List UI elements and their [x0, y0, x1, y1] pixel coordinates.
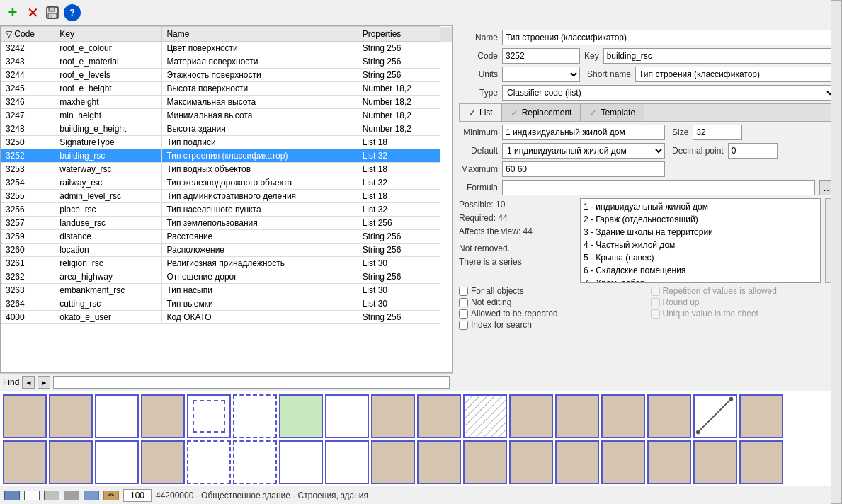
tile-r2-1[interactable]	[3, 440, 47, 484]
tile-15[interactable]	[647, 394, 691, 438]
tile-13[interactable]	[555, 394, 599, 438]
default-select[interactable]: 1 индивидуальный жилой дом	[502, 143, 665, 159]
help-button[interactable]: ?	[64, 4, 81, 21]
tile-r2-9[interactable]	[371, 440, 415, 484]
table-row[interactable]: 3253waterway_rscТип водных объектовList …	[1, 163, 452, 176]
minimum-input[interactable]	[502, 125, 665, 140]
table-row[interactable]: 3259distanceРасстояниеString 256	[1, 230, 452, 244]
close-button[interactable]: ✕	[24, 4, 41, 21]
size-input[interactable]	[693, 125, 742, 140]
tile-r2-5[interactable]	[187, 440, 231, 484]
table-row[interactable]: 3257landuse_rscТип землепользованияList …	[1, 217, 452, 230]
index-search-checkbox[interactable]	[459, 321, 468, 330]
tiles-scrollbar[interactable]	[831, 391, 842, 486]
key-input[interactable]	[603, 48, 836, 64]
tile-r2-8[interactable]	[325, 440, 369, 484]
tab-list-button[interactable]: ✓ List	[460, 104, 502, 121]
tile-r2-4[interactable]	[141, 440, 185, 484]
table-row[interactable]: 3261religion_rscРелигиозная принадлежнос…	[1, 257, 452, 270]
find-next-button[interactable]: ►	[38, 376, 50, 389]
col-header-key[interactable]: Key	[55, 27, 162, 42]
save-button[interactable]	[44, 4, 61, 21]
find-input[interactable]	[53, 376, 450, 389]
type-select[interactable]: Classifier code (list)	[502, 85, 836, 101]
tile-r2-11[interactable]	[463, 440, 507, 484]
unique-value-checkbox[interactable]	[651, 309, 660, 319]
table-container[interactable]: ▽ Code Key Name Properties 3242roof_e_co…	[0, 25, 453, 373]
tab-replacement-button[interactable]: ✓ Replacement	[502, 104, 581, 121]
tile-14[interactable]	[601, 394, 645, 438]
short-name-input[interactable]	[635, 67, 836, 82]
table-row[interactable]: 3248building_e_heightВысота зданияNumber…	[1, 122, 452, 136]
table-row[interactable]: 3254railway_rscТип железнодорожного объе…	[1, 176, 452, 190]
tile-r2-16[interactable]	[693, 440, 737, 484]
tile-12[interactable]	[509, 394, 553, 438]
table-row[interactable]: 3252building_rscТип строения (классифика…	[1, 149, 452, 163]
units-select[interactable]	[502, 67, 580, 82]
table-row[interactable]: 3250SignatureTypeТип подписиList 18	[1, 136, 452, 149]
allowed-repeated-checkbox[interactable]	[459, 309, 468, 319]
list-item[interactable]: 5 - Крыша (навес)	[584, 251, 817, 264]
tile-r2-15[interactable]	[647, 440, 691, 484]
tile-16[interactable]	[693, 394, 737, 438]
table-row[interactable]: 3264cutting_rscТип выемкиList 30	[1, 297, 452, 311]
tile-r2-17[interactable]	[739, 440, 783, 484]
table-row[interactable]: 3262area_highwayОтношение дорогString 25…	[1, 270, 452, 284]
table-row[interactable]: 4000okato_e_userКод ОКАТОString 256	[1, 311, 452, 324]
table-row[interactable]: 3255admin_level_rscТип административного…	[1, 190, 452, 203]
col-header-properties[interactable]: Properties	[358, 27, 440, 42]
table-row[interactable]: 3256place_rscТип населенного пунктаList …	[1, 203, 452, 217]
table-row[interactable]: 3246maxheightМаксимальная высотаNumber 1…	[1, 96, 452, 109]
tab-template-button[interactable]: ✓ Template	[581, 104, 644, 121]
tiles-scroll[interactable]	[0, 391, 842, 486]
formula-input[interactable]	[502, 180, 815, 195]
tile-7[interactable]	[279, 394, 323, 438]
tile-2[interactable]	[49, 394, 93, 438]
find-prev-button[interactable]: ◄	[22, 376, 35, 389]
table-row[interactable]: 3242roof_e_colourЦвет поверхностиString …	[1, 42, 452, 55]
code-input[interactable]	[502, 48, 580, 64]
tile-5[interactable]	[187, 394, 231, 438]
tile-r2-14[interactable]	[601, 440, 645, 484]
tile-1[interactable]	[3, 394, 47, 438]
round-up-checkbox[interactable]	[651, 298, 660, 307]
tile-r2-6[interactable]	[233, 440, 277, 484]
table-row[interactable]: 3245roof_e_heightВысота поверхностиNumbe…	[1, 82, 452, 96]
tile-4[interactable]	[141, 394, 185, 438]
table-row[interactable]: 3247min_heightМинимальная высотаNumber 1…	[1, 109, 452, 122]
list-item[interactable]: 2 - Гараж (отдельностоящий)	[584, 213, 817, 226]
values-list[interactable]: 1 - индивидуальный жилой дом2 - Гараж (о…	[580, 198, 821, 283]
tile-r2-10[interactable]	[417, 440, 461, 484]
for-all-objects-checkbox[interactable]	[459, 287, 468, 296]
table-row[interactable]: 3263embankment_rscТип насыпиList 30	[1, 284, 452, 297]
col-header-code[interactable]: ▽ Code	[1, 27, 55, 42]
not-editing-checkbox[interactable]	[459, 298, 468, 307]
list-item[interactable]: 6 - Складские помещения	[584, 264, 817, 277]
table-row[interactable]: 3243roof_e_materialМатериал поверхностиS…	[1, 55, 452, 69]
col-header-name[interactable]: Name	[162, 27, 358, 42]
tile-r2-12[interactable]	[509, 440, 553, 484]
list-item[interactable]: 1 - индивидуальный жилой дом	[584, 200, 817, 213]
decimal-point-input[interactable]	[728, 143, 778, 159]
tile-r2-2[interactable]	[49, 440, 93, 484]
tile-9[interactable]	[371, 394, 415, 438]
list-item[interactable]: 3 - Здание школы на территории	[584, 226, 817, 239]
tile-11[interactable]	[463, 394, 507, 438]
repetition-checkbox[interactable]	[651, 287, 660, 296]
tile-8[interactable]	[325, 394, 369, 438]
list-item[interactable]: 4 - Частный жилой дом	[584, 239, 817, 251]
zoom-input[interactable]	[123, 489, 152, 502]
name-input[interactable]	[502, 30, 836, 45]
list-item[interactable]: 7 - Храм, собор	[584, 277, 817, 283]
tile-r2-3[interactable]	[95, 440, 139, 484]
maximum-input[interactable]	[502, 161, 665, 177]
tile-17[interactable]	[739, 394, 783, 438]
add-button[interactable]: +	[4, 4, 21, 21]
tile-10[interactable]	[417, 394, 461, 438]
tile-r2-7[interactable]	[279, 440, 323, 484]
tile-6[interactable]	[233, 394, 277, 438]
table-row[interactable]: 3244roof_e_levelsЭтажность поверхностиSt…	[1, 69, 452, 82]
tile-r2-13[interactable]	[555, 440, 599, 484]
table-row[interactable]: 3260locationРасположениеString 256	[1, 244, 452, 257]
tile-3[interactable]	[95, 394, 139, 438]
